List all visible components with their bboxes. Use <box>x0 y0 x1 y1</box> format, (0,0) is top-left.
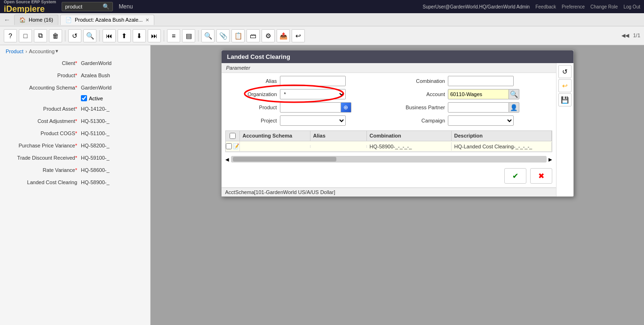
breadcrumb-accounting: Accounting ▾ <box>29 48 58 54</box>
report-button[interactable]: 📋 <box>231 29 245 42</box>
change-role-link[interactable]: Change Role <box>590 4 618 9</box>
field-trade-discount: Trade Discount Received HQ-59100-_ <box>0 152 150 164</box>
select-all-checkbox[interactable] <box>230 133 236 139</box>
back-button[interactable]: ↩ <box>292 29 305 42</box>
side-save-button[interactable]: 💾 <box>558 93 572 106</box>
search-icon[interactable]: 🔍 <box>103 3 110 10</box>
scroll-track[interactable] <box>231 156 547 162</box>
right-content: Landed Cost Clearing Parameter Alias <box>151 45 644 325</box>
scroll-left-arrow[interactable]: ◀ <box>225 157 229 162</box>
side-undo-button[interactable]: ↩ <box>558 79 572 92</box>
row-checkbox[interactable] <box>226 143 232 149</box>
nav-last-button[interactable]: ⏭ <box>148 29 161 42</box>
help-button[interactable]: ? <box>4 29 17 42</box>
breadcrumb-product[interactable]: Product <box>6 49 24 54</box>
modal-dialog: Landed Cost Clearing Parameter Alias <box>221 50 574 197</box>
sep1 <box>65 30 65 41</box>
feedback-link[interactable]: Feedback <box>535 4 556 9</box>
tab-close-button[interactable]: ✕ <box>145 17 149 23</box>
combination-label: Combination <box>393 78 445 84</box>
logo-text: iDempiere <box>4 4 56 14</box>
archive-button[interactable]: 🗃 <box>246 29 260 42</box>
find-button[interactable]: 🔍 <box>83 29 96 42</box>
modal-form: Parameter Alias Combination <box>222 63 556 196</box>
sep4 <box>198 30 199 41</box>
attach-button[interactable]: 📎 <box>216 29 230 42</box>
product-asset-label: Product Asset <box>6 106 81 112</box>
product-lookup-icon: ⊕ <box>343 104 348 111</box>
campaign-select[interactable] <box>448 115 514 126</box>
action-row: ✔ ✖ <box>222 164 556 187</box>
new-button[interactable]: □ <box>19 29 32 42</box>
page-nav-left[interactable]: ◀◀ <box>621 32 629 38</box>
menu-button[interactable]: Menu <box>119 3 133 10</box>
client-label: Client <box>6 60 81 66</box>
tab-home[interactable]: 🏠 Home (16) <box>14 15 58 25</box>
copy-button[interactable]: ⧉ <box>34 29 47 42</box>
campaign-label: Campaign <box>393 118 445 123</box>
zoom-button[interactable]: 🔍 <box>201 29 215 42</box>
export-button[interactable]: 📤 <box>277 29 290 42</box>
business-partner-input[interactable] <box>448 102 509 113</box>
scroll-thumb[interactable] <box>233 157 336 162</box>
account-input[interactable] <box>448 89 509 99</box>
param-combination-row: Combination <box>393 76 552 86</box>
account-input-wrap: 🔍 <box>448 89 519 99</box>
nav-prev-button[interactable]: ⬆ <box>118 29 131 42</box>
nav-first-button[interactable]: ⏮ <box>103 29 116 42</box>
grid-button[interactable]: ≡ <box>167 29 180 42</box>
dropdown-icon[interactable]: ▾ <box>56 48 58 54</box>
th-alias: Alias <box>310 131 367 141</box>
th-checkbox <box>226 131 240 141</box>
settings-button[interactable]: ⚙ <box>262 29 275 42</box>
combination-input[interactable] <box>448 76 514 86</box>
side-refresh-button[interactable]: ↺ <box>558 65 572 78</box>
organization-select[interactable]: * <box>280 89 346 99</box>
trade-discount-value: HQ-59100-_ <box>81 155 110 161</box>
tab-back-button[interactable]: ← <box>4 16 10 24</box>
business-partner-label: Business Partner <box>393 105 445 110</box>
delete-button[interactable]: 🗑 <box>49 29 62 42</box>
product-lookup-button[interactable]: ⊕ <box>341 102 351 113</box>
row-edit-icon[interactable]: 📝 <box>233 143 239 149</box>
param-business-partner-row: Business Partner 👤 <box>393 102 552 113</box>
preference-link[interactable]: Preference <box>562 4 585 9</box>
active-checkbox[interactable] <box>81 95 87 101</box>
alias-input[interactable] <box>280 76 346 86</box>
cost-adjustment-value: HQ-51300-_ <box>81 118 110 124</box>
account-lookup-icon: 🔍 <box>510 90 518 98</box>
trade-discount-label: Trade Discount Received <box>6 155 81 161</box>
td-combination: HQ-58900-_-_-_-_ <box>367 142 452 151</box>
td-accounting-schema <box>240 145 310 148</box>
cancel-button[interactable]: ✖ <box>530 168 552 184</box>
confirm-button[interactable]: ✔ <box>504 168 526 184</box>
td-checkbox: 📝 <box>226 141 240 151</box>
field-product-cogs: Product COGS HQ-51100-_ <box>0 127 150 139</box>
org-select-wrap: * <box>280 89 346 99</box>
product-field-input[interactable] <box>280 102 341 113</box>
product-input-wrap: ⊕ <box>280 102 351 113</box>
search-box[interactable]: 🔍 <box>62 2 113 11</box>
field-product-asset: Product Asset HQ-14120-_ <box>0 103 150 115</box>
product-cogs-value: HQ-51100-_ <box>81 130 110 136</box>
td-alias <box>310 145 367 148</box>
toolbar: ? □ ⧉ 🗑 ↺ 🔍 ⏮ ⬆ ⬇ ⏭ ≡ ▤ 🔍 📎 📋 🗃 ⚙ 📤 ↩ ◀◀… <box>0 26 644 45</box>
th-combination: Combination <box>367 131 452 141</box>
bp-lookup-icon: 👤 <box>510 104 518 111</box>
log-out-link[interactable]: Log Out <box>623 4 640 9</box>
business-partner-lookup-button[interactable]: 👤 <box>509 102 519 113</box>
section-parameter: Parameter <box>222 63 556 73</box>
tab-product[interactable]: 📄 Product: Azalea Bush Azale... ✕ <box>60 15 154 25</box>
refresh-button[interactable]: ↺ <box>68 29 81 42</box>
modal-header: Landed Cost Clearing <box>222 50 573 63</box>
field-cost-adjustment: Cost Adjustment HQ-51300-_ <box>0 115 150 127</box>
form-button[interactable]: ▤ <box>182 29 195 42</box>
product-asset-value: HQ-14120-_ <box>81 106 110 112</box>
search-input[interactable] <box>65 4 103 9</box>
left-panel: Product › Accounting ▾ Client GardenWorl… <box>0 45 151 325</box>
scroll-right-arrow[interactable]: ▶ <box>549 157 552 162</box>
page-number: 1/1 <box>633 32 640 38</box>
project-select[interactable] <box>280 115 346 126</box>
account-lookup-button[interactable]: 🔍 <box>509 89 519 99</box>
nav-next-button[interactable]: ⬇ <box>133 29 146 42</box>
